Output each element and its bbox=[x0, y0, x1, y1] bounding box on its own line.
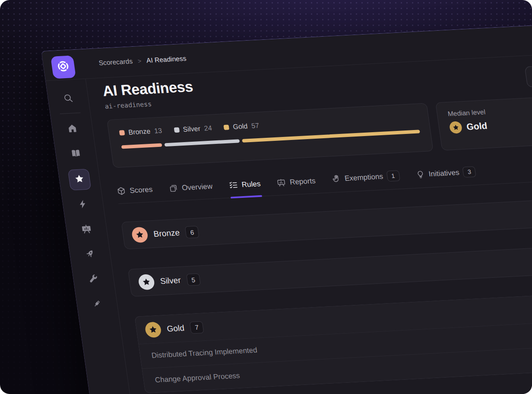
breadcrumb-current: AI Readiness bbox=[146, 54, 187, 64]
app-window: Scorecards > AI Readiness AI Readiness a… bbox=[41, 17, 532, 394]
sidebar-item-rocket[interactable] bbox=[79, 245, 101, 265]
legend-swatch bbox=[174, 127, 180, 133]
checklist-icon bbox=[228, 181, 238, 190]
level-rule-count-badge: 6 bbox=[185, 226, 200, 238]
tab-count-badge: 1 bbox=[386, 170, 400, 181]
app-logo[interactable] bbox=[51, 55, 76, 79]
sidebar-item-wrench[interactable] bbox=[82, 269, 104, 290]
level-medal-icon bbox=[131, 227, 149, 243]
bar-segment-bronze bbox=[121, 143, 162, 149]
tab-initiatives[interactable]: Initiatives 3 bbox=[415, 166, 478, 188]
search-button[interactable] bbox=[57, 89, 79, 109]
sidebar-item-home[interactable] bbox=[61, 119, 84, 140]
sidebar-item-book[interactable] bbox=[65, 144, 87, 165]
legend-swatch bbox=[224, 124, 230, 130]
tab-exemptions[interactable]: Exemptions 1 bbox=[331, 170, 401, 192]
breadcrumb-section[interactable]: Scorecards bbox=[98, 57, 133, 67]
median-level-card: Median level Gold bbox=[435, 92, 532, 150]
sidebar-item-presentation[interactable] bbox=[75, 219, 98, 240]
tab-scores[interactable]: Scores bbox=[116, 185, 154, 203]
tab-rules[interactable]: Rules bbox=[228, 179, 262, 198]
sidebar-divider bbox=[60, 112, 81, 114]
cube-icon bbox=[116, 186, 127, 196]
bulb-icon bbox=[415, 170, 425, 179]
median-level-value: Gold bbox=[466, 121, 488, 132]
sidebar-item-plug[interactable] bbox=[86, 294, 108, 315]
level-rule-count-badge: 5 bbox=[186, 273, 201, 286]
legend-item-gold: Gold 57 bbox=[223, 122, 260, 131]
breadcrumb-separator-icon: > bbox=[137, 57, 142, 64]
zap-icon bbox=[77, 199, 89, 211]
hand-icon bbox=[331, 174, 342, 184]
main-content: AI Readiness ai-readiness Bronze 13 Silv… bbox=[86, 47, 532, 394]
bar-segment-silver bbox=[165, 139, 240, 146]
level-medal-icon bbox=[144, 321, 162, 338]
tab-reports[interactable]: Reports bbox=[276, 176, 317, 195]
presentation-line-icon bbox=[276, 178, 287, 187]
breadcrumb: Scorecards > AI Readiness bbox=[97, 44, 188, 78]
sidebar-item-zap[interactable] bbox=[72, 194, 94, 215]
level-distribution-card: Bronze 13 Silver 24 Gold 57 bbox=[107, 103, 434, 168]
rules-levels-list: Bronze 6 Silver 5 Gold 7 Distributed Tra… bbox=[121, 194, 532, 394]
level-medal-icon bbox=[138, 274, 155, 290]
gold-medal-icon bbox=[449, 121, 463, 133]
rocket-icon bbox=[84, 248, 96, 261]
tab-overview[interactable]: Overview bbox=[168, 182, 214, 201]
plug-icon bbox=[91, 298, 103, 311]
presentation-icon bbox=[81, 224, 93, 236]
level-rule-count-badge: 7 bbox=[190, 321, 204, 334]
search-icon bbox=[62, 92, 74, 105]
legend-swatch bbox=[119, 130, 125, 136]
legend-item-silver: Silver 24 bbox=[174, 124, 212, 134]
bar-segment-gold bbox=[242, 130, 420, 143]
sidebar-item-star[interactable] bbox=[68, 169, 92, 191]
home-icon bbox=[66, 123, 79, 136]
squares-icon bbox=[168, 184, 179, 193]
legend-item-bronze: Bronze 13 bbox=[119, 127, 162, 137]
wrench-icon bbox=[88, 273, 100, 286]
star-icon bbox=[73, 173, 86, 186]
marketing-backdrop: Scorecards > AI Readiness AI Readiness a… bbox=[0, 0, 532, 394]
tab-count-badge: 3 bbox=[462, 166, 476, 178]
book-icon bbox=[70, 148, 82, 161]
median-level-label: Median level bbox=[447, 100, 532, 118]
logo-mark-icon bbox=[55, 59, 72, 76]
